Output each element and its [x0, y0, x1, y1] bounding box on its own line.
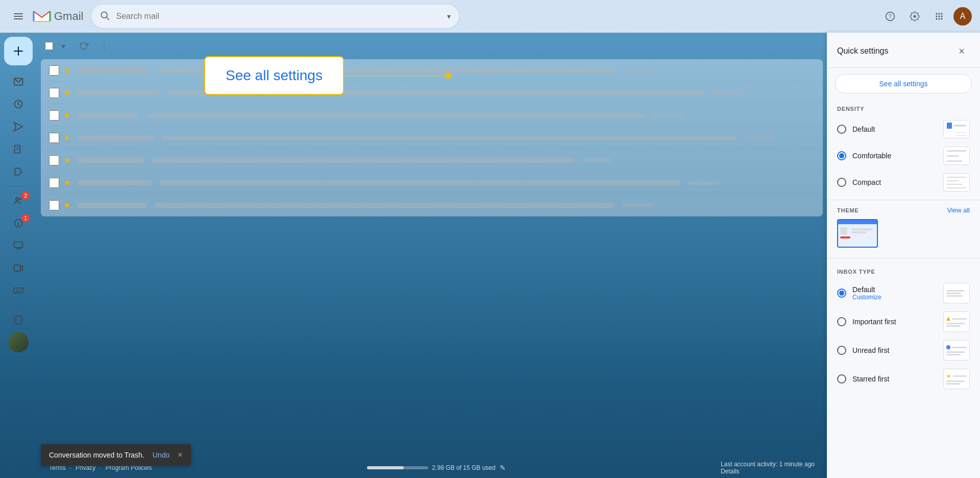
email-checkbox[interactable] [49, 200, 59, 210]
inbox-important-first-radio[interactable] [837, 317, 846, 326]
inbox-unread-first-option[interactable]: Unread first [827, 336, 980, 365]
star-icon[interactable]: ★ [63, 110, 74, 121]
sidebar-item-video[interactable] [4, 258, 33, 278]
density-comfortable-option[interactable]: Comfortable [827, 142, 980, 169]
date-bar [653, 113, 683, 117]
content-bar [160, 180, 680, 185]
sidebar-item-send[interactable] [4, 116, 33, 137]
svg-point-9 [941, 13, 942, 14]
table-row[interactable]: ★ [41, 149, 823, 172]
topbar: Gmail ▾ ? A [0, 0, 980, 33]
star-icon[interactable]: ★ [63, 88, 74, 98]
sender-bar [78, 68, 149, 73]
theme-preview[interactable] [837, 219, 878, 248]
menu-icon[interactable] [8, 6, 29, 27]
snackbar-undo-button[interactable]: Undo [153, 451, 169, 459]
settings-button[interactable] [904, 6, 925, 27]
email-checkbox[interactable] [49, 133, 59, 143]
density-compact-radio[interactable] [837, 178, 846, 187]
sidebar-item-info[interactable]: 1 [4, 213, 33, 233]
inbox-important-first-option[interactable]: Important first [827, 307, 980, 336]
density-compact-option[interactable]: Compact [827, 169, 980, 196]
inbox-starred-first-radio[interactable] [837, 374, 846, 384]
left-sidebar: 2 1 [0, 33, 37, 478]
sidebar-item-label[interactable] [4, 161, 33, 182]
main-content: ★ ★ ★ ★ [37, 33, 827, 478]
svg-rect-30 [14, 265, 21, 271]
view-all-themes-link[interactable]: View all [947, 206, 970, 214]
details-link[interactable]: Details [721, 468, 740, 475]
star-icon[interactable]: ★ [63, 178, 74, 188]
svg-marker-20 [14, 123, 23, 131]
more-options-button[interactable]: ⋮ [95, 37, 113, 55]
density-default-radio[interactable] [837, 125, 846, 134]
inbox-starred-first-option[interactable]: Starred first ★ [827, 365, 980, 393]
sidebar-item-draft[interactable] [4, 139, 33, 159]
sidebar-divider-2 [9, 305, 28, 305]
compose-button[interactable] [4, 37, 33, 65]
sidebar-item-mail[interactable] [4, 71, 33, 92]
star-icon[interactable]: ★ [63, 65, 74, 76]
star-icon[interactable]: ★ [63, 133, 74, 143]
snackbar-close-button[interactable]: × [178, 450, 182, 460]
svg-point-28 [18, 221, 19, 222]
select-all-checkbox[interactable] [45, 42, 53, 50]
inbox-default-label: Default [852, 285, 937, 294]
sidebar-item-security[interactable] [4, 309, 33, 330]
contacts-badge: 2 [21, 192, 30, 200]
density-comfortable-label: Comfortable [852, 152, 937, 160]
search-dropdown-icon[interactable]: ▾ [447, 12, 451, 20]
email-checkbox[interactable] [49, 110, 59, 121]
table-row[interactable]: ★ [41, 194, 823, 217]
svg-point-7 [936, 13, 937, 14]
table-row[interactable]: ★ [41, 82, 823, 104]
date-bar [622, 203, 653, 207]
avatar[interactable]: A [953, 7, 972, 26]
inbox-default-option[interactable]: Default Customize [827, 279, 980, 307]
table-row[interactable]: ★ [41, 104, 823, 127]
star-icon[interactable]: ★ [63, 155, 74, 165]
see-all-settings-button[interactable]: See all settings [835, 74, 972, 93]
density-comfortable-radio[interactable] [837, 151, 846, 160]
sidebar-item-chat[interactable] [4, 235, 33, 256]
sidebar-item-contacts[interactable]: 2 [4, 190, 33, 211]
svg-rect-32 [14, 288, 23, 293]
email-checkbox[interactable] [49, 88, 59, 98]
sender-bar [78, 203, 146, 208]
search-icon [100, 10, 110, 23]
storage-edit-icon[interactable]: ✎ [500, 464, 506, 472]
density-compact-label: Compact [852, 178, 937, 186]
search-bar[interactable]: ▾ [91, 5, 459, 28]
theme-section-label: THEME [837, 207, 859, 213]
email-checkbox[interactable] [49, 178, 59, 188]
date-bar [689, 181, 719, 185]
density-comfortable-preview [943, 147, 970, 165]
content-bar [152, 158, 573, 163]
sender-bar [78, 180, 152, 185]
inbox-default-radio[interactable] [837, 289, 846, 298]
inbox-customize-link[interactable]: Customize [852, 294, 937, 301]
inbox-unread-first-radio[interactable] [837, 346, 846, 355]
sidebar-item-clock[interactable] [4, 94, 33, 114]
table-row[interactable]: ★ [41, 127, 823, 149]
sender-bar [78, 90, 159, 95]
close-button[interactable]: × [953, 43, 970, 59]
refresh-button[interactable] [75, 37, 93, 55]
email-checkbox[interactable] [49, 65, 59, 76]
sidebar-item-custom[interactable] [8, 332, 29, 352]
sender-bar [78, 135, 154, 140]
email-checkbox[interactable] [49, 155, 59, 165]
table-row[interactable]: ★ [41, 172, 823, 194]
quick-settings-panel: Quick settings × See all settings DENSIT… [827, 33, 980, 478]
sidebar-item-keyboard[interactable] [4, 280, 33, 301]
select-dropdown-button[interactable]: ▾ [54, 37, 72, 55]
inbox-unread-preview [943, 340, 970, 361]
density-default-option[interactable]: Default [827, 116, 980, 142]
activity-text: Last account activity: 1 minute ago [721, 461, 815, 468]
density-default-preview [943, 120, 970, 138]
table-row[interactable]: ★ [41, 59, 823, 82]
apps-button[interactable] [929, 6, 949, 27]
star-icon[interactable]: ★ [63, 200, 74, 210]
help-button[interactable]: ? [880, 6, 900, 27]
search-input[interactable] [116, 12, 441, 21]
